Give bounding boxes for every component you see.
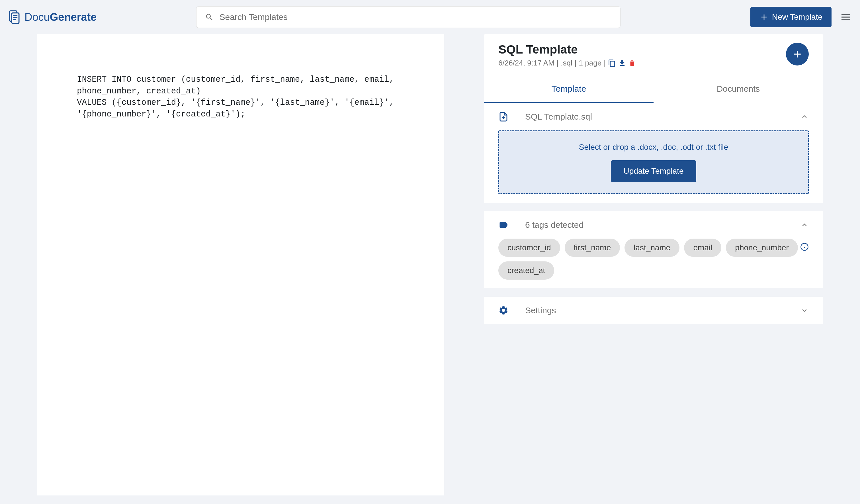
- new-template-label: New Template: [772, 13, 822, 21]
- settings-title: Settings: [525, 305, 784, 315]
- app-header: DocuGenerate New Template: [0, 0, 860, 34]
- tabs: Template Documents: [484, 76, 823, 103]
- tag-chip[interactable]: phone_number: [726, 239, 798, 257]
- file-name: SQL Template.sql: [525, 112, 784, 121]
- hamburger-menu-icon[interactable]: [840, 11, 851, 23]
- meta-pages: 1 page: [579, 59, 602, 68]
- new-template-button[interactable]: New Template: [750, 7, 832, 27]
- gear-icon: [498, 305, 508, 316]
- tag-chip[interactable]: created_at: [498, 261, 554, 279]
- chevron-up-icon: [800, 113, 809, 121]
- search-icon: [205, 13, 214, 21]
- file-dropzone[interactable]: Select or drop a .docx, .doc, .odt or .t…: [498, 130, 809, 194]
- side-panel: SQL Template 6/26/24, 9:17 AM | .sql | 1…: [484, 34, 823, 495]
- logo-icon: [9, 10, 21, 25]
- file-section-header[interactable]: SQL Template.sql: [498, 112, 809, 122]
- settings-section: Settings: [484, 297, 823, 324]
- tab-documents[interactable]: Documents: [654, 76, 823, 103]
- settings-section-header[interactable]: Settings: [498, 305, 809, 316]
- tag-chip[interactable]: first_name: [565, 239, 620, 257]
- tags-container: customer_id first_name last_name email p…: [498, 239, 809, 279]
- update-template-button[interactable]: Update Template: [611, 160, 696, 182]
- tag-icon: [498, 220, 508, 230]
- download-icon[interactable]: [618, 59, 626, 67]
- panel-header: SQL Template 6/26/24, 9:17 AM | .sql | 1…: [484, 34, 823, 76]
- search-box[interactable]: [196, 6, 620, 28]
- tag-chip[interactable]: email: [684, 239, 721, 257]
- copy-icon[interactable]: [608, 59, 616, 67]
- delete-icon[interactable]: [629, 59, 636, 67]
- file-upload-icon: [498, 112, 508, 122]
- preview-pane: INSERT INTO customer (customer_id, first…: [37, 34, 444, 495]
- meta-extension: .sql: [561, 59, 572, 68]
- file-section: SQL Template.sql Select or drop a .docx,…: [484, 103, 823, 203]
- meta-date: 6/26/24, 9:17 AM: [498, 59, 555, 68]
- logo-text-suffix: Generate: [50, 11, 97, 23]
- code-preview: INSERT INTO customer (customer_id, first…: [77, 74, 404, 120]
- tags-title: 6 tags detected: [525, 220, 784, 230]
- main-content: INSERT INTO customer (customer_id, first…: [0, 34, 860, 495]
- chevron-up-icon: [800, 221, 809, 229]
- chevron-down-icon: [800, 306, 809, 315]
- search-input[interactable]: [219, 12, 612, 22]
- plus-icon: [792, 48, 803, 60]
- tag-chip[interactable]: last_name: [625, 239, 679, 257]
- template-meta: 6/26/24, 9:17 AM | .sql | 1 page |: [498, 59, 636, 68]
- tag-chip[interactable]: customer_id: [498, 239, 560, 257]
- logo-text-prefix: Docu: [25, 11, 50, 23]
- logo[interactable]: DocuGenerate: [9, 10, 97, 25]
- plus-icon: [759, 13, 769, 21]
- add-fab-button[interactable]: [786, 43, 809, 66]
- template-title: SQL Template: [498, 43, 636, 56]
- dropzone-text: Select or drop a .docx, .doc, .odt or .t…: [511, 143, 797, 152]
- info-icon[interactable]: [800, 243, 809, 252]
- tab-template[interactable]: Template: [484, 76, 654, 103]
- tags-section: 6 tags detected customer_id first_name l…: [484, 211, 823, 288]
- tags-section-header[interactable]: 6 tags detected: [498, 220, 809, 230]
